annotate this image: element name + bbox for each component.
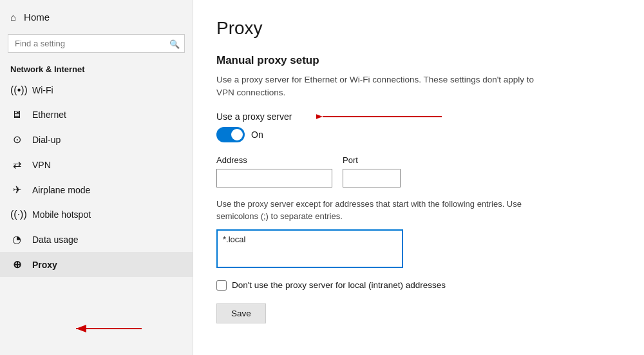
- sidebar-item-airplane[interactable]: ✈ Airplane mode: [0, 177, 193, 202]
- sidebar-item-label: Dial-up: [32, 135, 61, 145]
- sidebar: ⌂ Home 🔍 Network & Internet ((•)) Wi-Fi …: [0, 0, 193, 355]
- use-proxy-label-row: Use a proxy server: [216, 111, 621, 122]
- sidebar-item-label: Ethernet: [32, 110, 66, 120]
- except-textarea[interactable]: *.local: [216, 229, 403, 268]
- address-field-group: Address: [216, 155, 332, 187]
- sidebar-item-label: Airplane mode: [32, 185, 90, 195]
- toggle-container: On: [216, 127, 621, 142]
- sidebar-item-label: Wi-Fi: [32, 85, 53, 95]
- sidebar-item-label: Mobile hotspot: [32, 209, 91, 220]
- sidebar-home-button[interactable]: ⌂ Home: [0, 5, 193, 29]
- port-input[interactable]: [343, 169, 401, 187]
- manual-section-title: Manual proxy setup: [216, 54, 621, 67]
- checkbox-label[interactable]: Don't use the proxy server for local (in…: [232, 280, 446, 290]
- address-label: Address: [216, 155, 332, 165]
- airplane-icon: ✈: [10, 184, 23, 196]
- checkbox-row: Don't use the proxy server for local (in…: [216, 280, 621, 291]
- port-field-group: Port: [343, 155, 401, 187]
- sidebar-section-heading: Network & Internet: [0, 58, 193, 78]
- home-icon: ⌂: [10, 12, 16, 23]
- sidebar-item-label: Data usage: [32, 235, 79, 245]
- use-proxy-toggle[interactable]: [216, 127, 245, 142]
- sidebar-item-label: VPN: [32, 160, 51, 170]
- local-checkbox[interactable]: [216, 280, 227, 291]
- use-proxy-label: Use a proxy server: [216, 111, 292, 122]
- save-button[interactable]: Save: [216, 303, 266, 323]
- manual-description: Use a proxy server for Ethernet or Wi-Fi…: [216, 73, 551, 100]
- proxy-icon: ⊕: [10, 258, 23, 271]
- main-content: Proxy Manual proxy setup Use a proxy ser…: [193, 0, 644, 355]
- sidebar-item-proxy[interactable]: ⊕ Proxy: [0, 252, 193, 277]
- sidebar-item-datausage[interactable]: ◔ Data usage: [0, 227, 193, 252]
- use-proxy-arrow: [316, 107, 445, 126]
- dialup-icon: ⊙: [10, 133, 23, 146]
- sidebar-item-dialup[interactable]: ⊙ Dial-up: [0, 127, 193, 152]
- sidebar-item-hotspot[interactable]: ((·)) Mobile hotspot: [0, 202, 193, 227]
- toggle-thumb: [231, 129, 243, 140]
- search-box: 🔍: [8, 34, 185, 53]
- except-description: Use the proxy server except for addresse…: [216, 198, 538, 223]
- search-icon: 🔍: [169, 39, 180, 48]
- ethernet-icon: 🖥: [10, 109, 23, 120]
- sidebar-item-wifi[interactable]: ((•)) Wi-Fi: [0, 78, 193, 102]
- address-input[interactable]: [216, 169, 332, 187]
- sidebar-item-label: Proxy: [32, 260, 57, 270]
- page-title: Proxy: [216, 18, 621, 39]
- search-input[interactable]: [8, 34, 185, 53]
- vpn-icon: ⇄: [10, 158, 23, 171]
- home-label: Home: [24, 12, 50, 23]
- address-port-row: Address Port: [216, 155, 621, 187]
- sidebar-item-vpn[interactable]: ⇄ VPN: [0, 152, 193, 177]
- datausage-icon: ◔: [10, 233, 23, 245]
- toggle-label: On: [251, 130, 263, 140]
- hotspot-icon: ((·)): [10, 209, 23, 220]
- wifi-icon: ((•)): [10, 84, 23, 96]
- sidebar-item-ethernet[interactable]: 🖥 Ethernet: [0, 102, 193, 127]
- port-label: Port: [343, 155, 401, 165]
